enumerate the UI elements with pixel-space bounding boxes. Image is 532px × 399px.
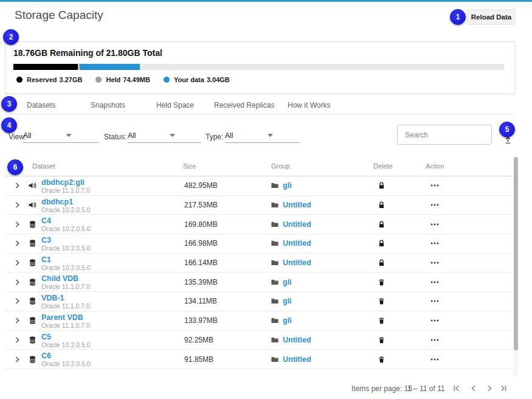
annotation-callout-3: 3 bbox=[1, 96, 17, 112]
expand-row-button[interactable] bbox=[13, 240, 21, 248]
delete-button[interactable] bbox=[377, 201, 386, 210]
reload-data-button[interactable]: Reload Data bbox=[467, 9, 516, 25]
group-link[interactable]: Untitled bbox=[283, 258, 311, 267]
expand-row-button[interactable] bbox=[13, 317, 21, 325]
expand-row-button[interactable] bbox=[13, 336, 21, 344]
chevron-right-icon bbox=[13, 259, 21, 267]
dataset-name-link[interactable]: C4 bbox=[41, 217, 91, 225]
delete-button[interactable] bbox=[377, 220, 386, 229]
delete-button[interactable] bbox=[377, 297, 386, 306]
group-link[interactable]: Untitled bbox=[283, 336, 311, 344]
dataset-size: 169.80MB bbox=[184, 220, 218, 229]
lock-icon bbox=[377, 201, 386, 210]
scrollbar-thumb[interactable] bbox=[514, 157, 518, 350]
more-options-button[interactable] bbox=[430, 277, 440, 287]
more-options-button[interactable] bbox=[430, 296, 440, 306]
dataset-name-link[interactable]: C1 bbox=[41, 256, 91, 264]
group-link[interactable]: Untitled bbox=[283, 355, 311, 364]
expand-row-button[interactable] bbox=[13, 259, 21, 267]
group-link[interactable]: gli bbox=[283, 297, 292, 305]
more-options-button[interactable] bbox=[430, 220, 440, 229]
annotation-callout-6: 6 bbox=[7, 159, 23, 175]
delete-button[interactable] bbox=[377, 355, 386, 364]
more-options-button[interactable] bbox=[430, 181, 440, 190]
database-icon bbox=[28, 297, 37, 306]
dataset-size: 133.97MB bbox=[184, 316, 218, 325]
vertical-scrollbar[interactable] bbox=[514, 157, 518, 376]
trash-icon bbox=[377, 316, 386, 325]
column-header-action: Action bbox=[426, 162, 444, 170]
delete-button[interactable] bbox=[377, 258, 386, 268]
capacity-bar bbox=[13, 64, 504, 70]
table-row: Child VDB Oracle 11.1.0.7.0 135.39MB gli bbox=[5, 272, 514, 292]
items-per-page-label: Items per page: bbox=[351, 384, 402, 393]
items-per-page[interactable]: Items per page: 15 bbox=[351, 384, 412, 393]
group-link[interactable]: Untitled bbox=[283, 239, 311, 248]
group-link[interactable]: gli bbox=[283, 181, 292, 190]
trash-icon bbox=[377, 335, 386, 344]
dataset-name-link[interactable]: dbdhcp1 bbox=[41, 198, 91, 206]
dataset-name-link[interactable]: dbdhcp2:gli bbox=[41, 179, 90, 187]
more-options-button[interactable] bbox=[430, 238, 440, 248]
status-filter-select[interactable]: All bbox=[128, 130, 201, 143]
expand-row-button[interactable] bbox=[13, 201, 21, 209]
type-filter-select[interactable]: All bbox=[225, 130, 300, 143]
view-filter-select[interactable]: All bbox=[23, 130, 98, 143]
first-page-button[interactable] bbox=[451, 383, 461, 394]
dataset-name-link[interactable]: VDB-1 bbox=[41, 294, 90, 302]
folder-icon bbox=[271, 297, 279, 305]
more-options-button[interactable] bbox=[430, 316, 440, 325]
delete-button[interactable] bbox=[377, 277, 386, 286]
group-link[interactable]: gli bbox=[283, 278, 292, 286]
dataset-name-link[interactable]: C5 bbox=[41, 333, 91, 341]
previous-page-button[interactable] bbox=[468, 383, 478, 394]
more-options-icon bbox=[430, 258, 440, 268]
dataset-name-link[interactable]: Child VDB bbox=[41, 275, 90, 283]
dataset-name-link[interactable]: Parent VDB bbox=[41, 314, 90, 322]
expand-row-button[interactable] bbox=[13, 182, 21, 190]
group-link[interactable]: gli bbox=[283, 316, 292, 325]
capacity-legend: Reserved3.27GBHeld74.49MBYour data3.04GB bbox=[16, 76, 230, 83]
dataset-name-link[interactable]: C6 bbox=[41, 352, 91, 360]
expand-row-button[interactable] bbox=[13, 355, 21, 363]
more-options-icon bbox=[430, 181, 440, 190]
expand-row-button[interactable] bbox=[13, 297, 21, 305]
delete-button[interactable] bbox=[377, 239, 386, 248]
more-options-button[interactable] bbox=[430, 258, 440, 268]
tab-snapshots[interactable]: Snapshots bbox=[91, 101, 125, 109]
delete-button[interactable] bbox=[377, 335, 386, 344]
next-page-button[interactable] bbox=[485, 383, 495, 394]
group-link[interactable]: Untitled bbox=[283, 201, 311, 209]
legend-label: Reserved bbox=[27, 76, 57, 83]
last-page-button[interactable] bbox=[499, 383, 509, 394]
delete-button[interactable] bbox=[377, 181, 386, 190]
tab-datasets[interactable]: Datasets bbox=[27, 101, 55, 109]
tab-held-space[interactable]: Held Space bbox=[156, 101, 194, 109]
pagination-range: 1 – 11 of 11 bbox=[407, 384, 445, 393]
type-filter-label: Type: bbox=[206, 133, 223, 141]
expand-row-button[interactable] bbox=[13, 220, 21, 228]
tab-how-it-works[interactable]: How it Works bbox=[288, 101, 330, 109]
tab-bar: Datasets Snapshots Held Space Received R… bbox=[5, 96, 516, 114]
dataset-cell: VDB-1 Oracle 11.1.0.7.0 bbox=[41, 294, 90, 310]
capacity-summary-text: 18.76GB Remaining of 21.80GB Total bbox=[13, 48, 162, 58]
more-options-icon bbox=[430, 220, 440, 229]
dataset-name-link[interactable]: C3 bbox=[41, 237, 91, 245]
dataset-size: 482.95MB bbox=[184, 181, 218, 190]
dsource-icon bbox=[28, 201, 37, 210]
more-options-button[interactable] bbox=[430, 355, 440, 364]
group-link[interactable]: Untitled bbox=[283, 220, 311, 229]
search-input[interactable] bbox=[397, 125, 492, 145]
storage-capacity-card: 18.76GB Remaining of 21.80GB Total Reser… bbox=[5, 41, 516, 94]
expand-row-button[interactable] bbox=[13, 278, 21, 286]
more-options-button[interactable] bbox=[430, 335, 440, 345]
delete-button[interactable] bbox=[377, 316, 386, 325]
table-row: C4 Oracle 10.2.0.5.0 169.80MB Untitled bbox=[5, 215, 514, 234]
table-row: dbdhcp2:gli Oracle 11.1.0.7.0 482.95MB g… bbox=[5, 176, 514, 196]
chevron-right-icon bbox=[13, 336, 21, 344]
caret-down-icon bbox=[31, 130, 106, 141]
table-header: Dataset Size Group Delete Action bbox=[5, 153, 514, 176]
more-options-button[interactable] bbox=[430, 200, 440, 210]
folder-icon bbox=[271, 181, 279, 190]
tab-received-replicas[interactable]: Received Replicas bbox=[214, 101, 274, 109]
